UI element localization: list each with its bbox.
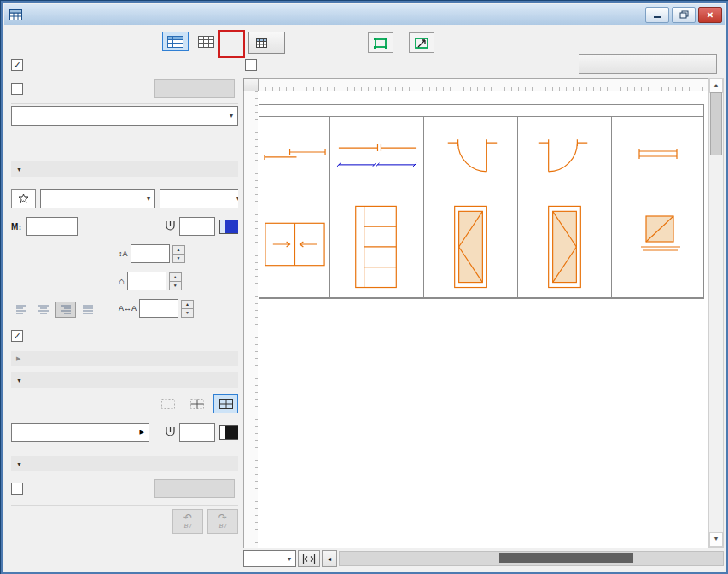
plain-style-icon xyxy=(198,36,214,48)
line-type-select[interactable]: ▶ xyxy=(11,423,149,442)
align-right-icon xyxy=(61,305,71,314)
line-spacing-input[interactable] xyxy=(131,244,170,263)
restore-button[interactable] xyxy=(672,7,696,23)
border-inner-button[interactable] xyxy=(184,394,209,413)
scroll-down-icon[interactable]: ▼ xyxy=(709,532,723,547)
line-spacing-stepper[interactable]: ▲▼ xyxy=(172,245,185,263)
freeze-header-checkbox[interactable] xyxy=(245,59,257,71)
border-inner-icon xyxy=(190,399,204,409)
width-factor-stepper[interactable]: ▲▼ xyxy=(169,272,182,290)
status-bar: ▾ ◄ xyxy=(243,550,724,567)
border-section-header[interactable]: ▼ xyxy=(11,372,245,388)
char-spacing-input[interactable] xyxy=(139,299,178,318)
scheme-settings-button[interactable] xyxy=(579,54,717,74)
strikethrough-button[interactable] xyxy=(70,244,87,260)
align-right-button[interactable] xyxy=(55,302,76,318)
chevron-down-icon: ▾ xyxy=(230,112,233,120)
star-icon xyxy=(18,193,29,204)
align-justify-button[interactable] xyxy=(78,302,98,318)
headline-edit-button[interactable] xyxy=(154,79,235,98)
restore-icon xyxy=(679,10,689,19)
elevation-row xyxy=(259,190,703,298)
horizontal-scrollbar[interactable] xyxy=(339,551,724,566)
title-bar[interactable]: ✕ xyxy=(4,4,725,25)
border-all-button[interactable] xyxy=(213,394,238,413)
plan-sliding-door[interactable] xyxy=(259,117,330,190)
text-style-section-header[interactable]: ▼ xyxy=(11,161,245,177)
schedule-canvas[interactable] xyxy=(258,91,710,548)
select-area-button[interactable] xyxy=(368,32,393,53)
vertical-scrollbar[interactable]: ▲ ▼ xyxy=(708,78,724,548)
header-options-button[interactable] xyxy=(248,32,285,54)
header-options-icon xyxy=(256,38,267,48)
pen-icon xyxy=(166,220,175,232)
fit-width-icon xyxy=(302,554,316,564)
italic-button[interactable] xyxy=(31,244,48,260)
elevation-door-right[interactable] xyxy=(518,190,612,298)
minimize-button[interactable] xyxy=(645,7,669,23)
fit-width-button[interactable] xyxy=(298,550,320,567)
pen-icon xyxy=(166,426,175,438)
triangle-right-icon: ▶ xyxy=(16,355,20,362)
divider xyxy=(11,505,245,506)
line-spacing-icon: ↕A xyxy=(119,249,128,258)
zoom-to-selection-button[interactable] xyxy=(409,32,434,53)
bold-button[interactable] xyxy=(11,244,28,260)
elevation-door-left[interactable] xyxy=(424,190,518,298)
preview-section-header[interactable]: ▶ xyxy=(11,351,245,366)
elevation-sliding-door[interactable] xyxy=(259,190,330,298)
align-center-button[interactable] xyxy=(33,302,54,318)
grid-style-icon xyxy=(167,36,183,48)
green-marquee-icon xyxy=(373,37,388,50)
close-button[interactable]: ✕ xyxy=(698,7,722,23)
enable-print-footer-checkbox[interactable] xyxy=(11,483,23,495)
align-left-icon xyxy=(16,305,26,314)
pen-stroke-icon: B / xyxy=(184,522,192,530)
show-headline-checkbox[interactable] xyxy=(11,83,23,95)
vertical-scrollbar-thumb[interactable] xyxy=(710,92,722,155)
format-sidebar: ✓ ▾ ▼ ▾ xyxy=(4,25,253,571)
apply-format-select[interactable]: ▾ xyxy=(11,106,238,126)
chevron-down-icon: ▾ xyxy=(147,195,150,202)
merge-uniform-checkbox[interactable]: ✓ xyxy=(11,59,23,71)
triangle-down-icon: ▼ xyxy=(16,167,22,173)
plan-pocket-door[interactable] xyxy=(330,117,424,190)
print-footer-section-header[interactable]: ▼ xyxy=(11,456,245,472)
zoom-select[interactable]: ▾ xyxy=(243,550,296,567)
horizontal-scrollbar-thumb[interactable] xyxy=(499,553,633,563)
border-none-button[interactable] xyxy=(155,394,180,413)
plan-door-swing-right[interactable] xyxy=(518,117,612,190)
border-pen-input[interactable] xyxy=(179,423,215,442)
schedule-dialog: ✕ ✓ xyxy=(0,0,728,574)
schedule-icon xyxy=(9,9,22,20)
align-left-button[interactable] xyxy=(11,302,32,318)
scroll-left-button[interactable]: ◄ xyxy=(322,550,337,567)
style-grid-button[interactable] xyxy=(162,32,189,51)
style-plain-button[interactable] xyxy=(193,32,219,51)
underline-button[interactable] xyxy=(50,244,67,260)
redo-format-button[interactable]: ↷ B / xyxy=(207,509,238,534)
h-ruler[interactable] xyxy=(258,78,710,91)
char-spacing-stepper[interactable]: ▲▼ xyxy=(181,300,194,318)
scroll-up-icon[interactable]: ▲ xyxy=(709,79,723,93)
align-justify-icon xyxy=(83,305,93,314)
plan-window[interactable] xyxy=(612,117,703,190)
elevation-window[interactable] xyxy=(612,190,703,298)
font-script-select[interactable]: ▾ xyxy=(160,189,245,208)
print-footer-edit-button[interactable] xyxy=(154,479,235,498)
text-pen-input[interactable] xyxy=(179,217,215,236)
favorites-button[interactable] xyxy=(11,189,36,208)
elevation-pocket-door[interactable] xyxy=(330,190,424,298)
plan-door-swing-left[interactable] xyxy=(424,117,518,190)
annotation-highlight xyxy=(218,30,245,58)
pen-stroke-icon: B / xyxy=(219,522,227,530)
font-family-select[interactable]: ▾ xyxy=(40,189,155,208)
triangle-down-icon: ▼ xyxy=(16,461,22,467)
schedule-title[interactable] xyxy=(259,105,703,117)
undo-format-button[interactable]: ↶ B / xyxy=(172,509,203,534)
triangle-right-icon: ▶ xyxy=(140,429,144,436)
divider xyxy=(11,103,245,104)
wrap-text-checkbox[interactable]: ✓ xyxy=(11,330,23,342)
width-factor-input[interactable] xyxy=(127,272,166,290)
font-size-input[interactable] xyxy=(26,217,78,236)
